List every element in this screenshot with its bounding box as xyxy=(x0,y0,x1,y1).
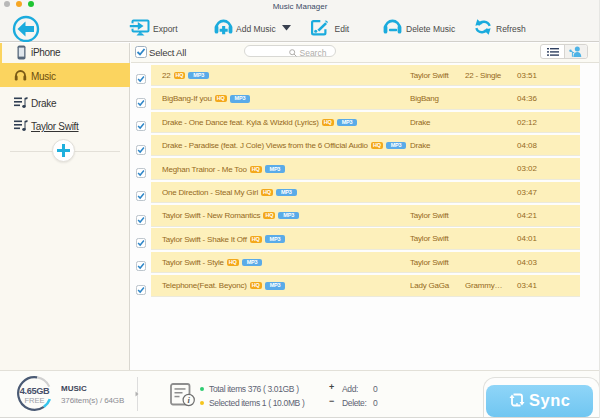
svg-text:FREE: FREE xyxy=(24,396,44,405)
svg-text:4.65GB: 4.65GB xyxy=(20,386,50,396)
